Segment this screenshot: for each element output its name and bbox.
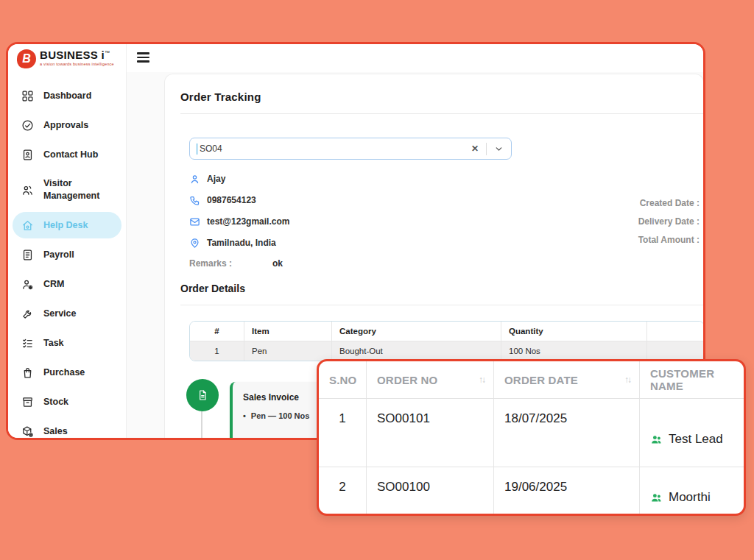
- divider: [180, 113, 703, 114]
- text-cursor: [196, 143, 198, 155]
- customer-phone: 0987654123: [207, 195, 256, 205]
- col-extra: [647, 322, 704, 341]
- contact-email-row: test@123gmail.com: [189, 216, 289, 227]
- wrench-icon: [21, 308, 34, 320]
- order-details-title: Order Details: [180, 283, 245, 294]
- hamburger-menu-icon[interactable]: [137, 52, 149, 65]
- chevron-down-icon[interactable]: [487, 144, 511, 154]
- remarks-value: ok: [272, 258, 283, 269]
- sidebar-item-contact-hub[interactable]: Contact Hub: [8, 140, 126, 169]
- clear-icon[interactable]: ✕: [464, 143, 486, 154]
- cell-quantity: 100 Nos: [501, 341, 647, 361]
- sidebar-item-crm[interactable]: CRM: [8, 269, 126, 299]
- logo-tm: ™: [105, 50, 110, 55]
- header-order-date[interactable]: ORDER DATE ↑↓: [494, 361, 640, 398]
- header-sno-label: S.NO: [329, 374, 356, 386]
- visitors-icon: [21, 184, 34, 196]
- cell-customer: Moorthi: [640, 467, 744, 514]
- sidebar-item-label: Purchase: [43, 367, 85, 378]
- sidebar-item-approvals[interactable]: Approvals: [8, 110, 126, 140]
- customer-name: Test Lead: [669, 432, 723, 447]
- sidebar-item-label: Visitor Management: [43, 177, 105, 202]
- sidebar-item-stock[interactable]: Stock: [8, 387, 126, 417]
- sidebar-item-service[interactable]: Service: [8, 299, 126, 328]
- dashboard-icon: [21, 90, 34, 102]
- order-meta-labels: Created Date : Delivery Date : Total Amo…: [638, 197, 700, 246]
- created-date-label: Created Date :: [640, 197, 700, 209]
- screen: { "colors": { "background": "#F5886C", "…: [0, 0, 754, 560]
- details-data-row: 1 Pen Bought-Out 100 Nos: [190, 341, 704, 361]
- divider: [180, 305, 703, 305]
- sort-icon[interactable]: ↑↓: [624, 375, 632, 385]
- customer-group-icon: [650, 433, 663, 446]
- logo-tagline: a vision towards business intelligence: [40, 63, 114, 67]
- contact-location-row: Tamilnadu, India: [189, 237, 289, 249]
- home-icon: [21, 219, 34, 232]
- col-category: Category: [332, 322, 501, 341]
- customer-name: Moorthi: [669, 490, 711, 505]
- sidebar-menu: Dashboard Approvals Contact Hub Visitor …: [8, 81, 126, 440]
- sidebar-item-payroll[interactable]: Payroll: [8, 240, 126, 269]
- orders-list-window: S.NO ORDER NO ↑↓ ORDER DATE ↑↓ CUSTOMER …: [317, 359, 746, 516]
- sidebar-item-label: Approvals: [43, 120, 88, 130]
- sidebar-item-dashboard[interactable]: Dashboard: [8, 81, 126, 110]
- orders-header-row: S.NO ORDER NO ↑↓ ORDER DATE ↑↓ CUSTOMER …: [319, 361, 744, 399]
- timeline-connector: [201, 411, 202, 440]
- header-customer-label: CUSTOMER NAME: [650, 367, 736, 392]
- contact-phone-row: 0987654123: [189, 194, 289, 206]
- order-details-table: # Item Category Quantity 1 Pen Bought-Ou…: [189, 321, 705, 361]
- sidebar-item-label: Sales: [43, 426, 68, 436]
- order-row[interactable]: 1 SO00101 18/07/2025 Test Lead: [319, 399, 744, 467]
- sidebar-item-label: CRM: [43, 279, 64, 289]
- logo-title: BUSINESS i: [40, 49, 105, 61]
- cell-order-no: SO00100: [367, 467, 494, 514]
- sidebar: B BUSINESS i™ a vision towards business …: [8, 44, 127, 438]
- sidebar-item-label: Help Desk: [43, 220, 88, 230]
- invoice-doc-icon: [197, 389, 208, 401]
- sidebar-item-label: Contact Hub: [43, 149, 98, 160]
- header-order-no[interactable]: ORDER NO ↑↓: [367, 361, 494, 398]
- shopping-bag-icon: [21, 366, 34, 379]
- location-pin-icon: [189, 238, 200, 249]
- order-search-value: SO04: [200, 143, 464, 154]
- cell-order-no: SO00101: [367, 399, 494, 467]
- timeline-invoice-node: [186, 379, 219, 411]
- customer-name: Ajay: [207, 174, 225, 184]
- order-row[interactable]: 2 SO00100 19/06/2025 Moorthi: [319, 467, 744, 514]
- sidebar-item-label: Task: [43, 338, 64, 348]
- sidebar-item-purchase[interactable]: Purchase: [8, 358, 126, 387]
- topbar: [127, 44, 703, 72]
- contact-details: Ajay 0987654123 test@123gmail.com: [189, 173, 289, 249]
- cell-item: Pen: [244, 341, 332, 361]
- customer-location: Tamilnadu, India: [207, 238, 276, 248]
- mail-icon: [189, 216, 200, 227]
- sort-icon[interactable]: ↑↓: [479, 375, 486, 385]
- cell-order-date: 19/06/2025: [494, 467, 640, 514]
- order-search-select[interactable]: SO04 ✕: [189, 138, 512, 160]
- remarks-row: Remarks : ok: [189, 258, 283, 269]
- customer-group-icon: [650, 492, 663, 504]
- bullet: •: [243, 411, 246, 420]
- check-circle-icon: [21, 119, 34, 132]
- sidebar-item-visitor-management[interactable]: Visitor Management: [8, 169, 126, 210]
- header-order-date-label: ORDER DATE: [504, 374, 578, 386]
- document-icon: [21, 249, 34, 261]
- invoice-line-item: Pen — 100 Nos: [251, 411, 309, 420]
- cell-order-date: 18/07/2025: [494, 399, 640, 467]
- logo-b-icon: B: [17, 49, 36, 68]
- cell-category: Bought-Out: [332, 341, 501, 361]
- contact-card-icon: [21, 149, 34, 161]
- page-title: Order Tracking: [180, 91, 261, 103]
- remarks-label: Remarks :: [189, 258, 232, 269]
- sidebar-item-task[interactable]: Task: [8, 328, 126, 358]
- sidebar-item-label: Stock: [43, 397, 68, 407]
- sidebar-item-help-desk[interactable]: Help Desk: [13, 212, 121, 238]
- col-item: Item: [244, 322, 332, 341]
- delivery-date-label: Delivery Date :: [638, 216, 700, 227]
- sidebar-item-sales[interactable]: Sales: [8, 417, 126, 440]
- cell-num: 1: [190, 341, 244, 361]
- cell-sno: 2: [319, 467, 367, 514]
- details-header-row: # Item Category Quantity: [190, 322, 704, 341]
- customer-email: test@123gmail.com: [207, 216, 289, 227]
- contact-name-row: Ajay: [189, 173, 289, 185]
